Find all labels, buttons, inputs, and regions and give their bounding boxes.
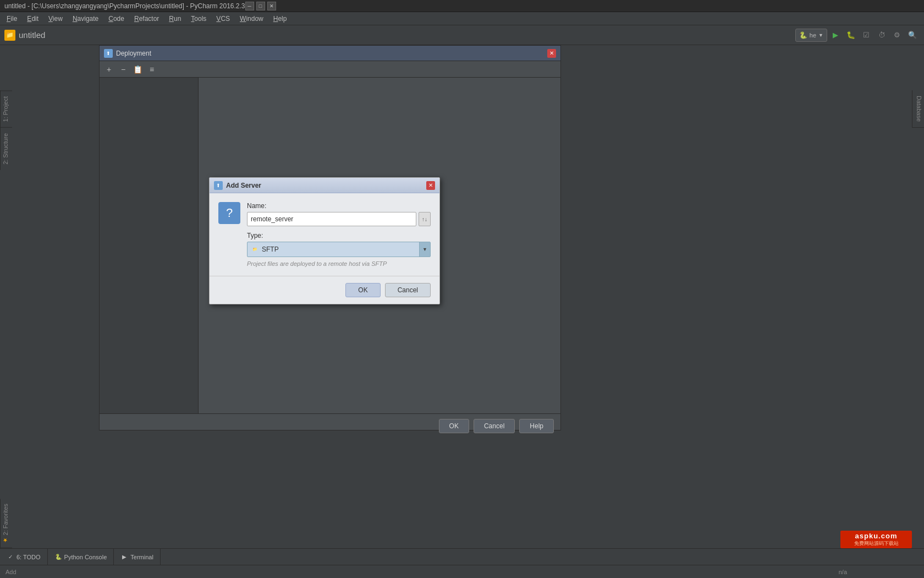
todo-tab[interactable]: ✓ 6: TODO	[0, 549, 48, 565]
add-server-cancel-button[interactable]: Cancel	[385, 283, 431, 297]
deployment-cancel-button[interactable]: Cancel	[474, 419, 515, 433]
type-label: Type:	[247, 232, 431, 239]
deployment-group-button[interactable]: ≡	[146, 63, 158, 75]
question-mark-icon: ?	[226, 206, 233, 220]
add-server-close-button[interactable]: ✕	[426, 181, 435, 190]
deployment-titlebar: ⬆ Deployment ✕	[100, 46, 560, 61]
add-server-footer: OK Cancel	[210, 276, 439, 304]
title-bar-text: untitled - [C:\Users\zhangyangyang\Pycha…	[4, 2, 245, 10]
add-server-icon-symbol: ⬆	[216, 183, 221, 188]
sftp-icon: 📁	[251, 246, 258, 253]
name-label: Name:	[247, 202, 431, 210]
title-bar: untitled - [C:\Users\zhangyangyang\Pycha…	[0, 0, 924, 12]
type-dropdown-arrow[interactable]: ▼	[419, 242, 430, 257]
watermark-text: aspku.com	[855, 532, 898, 540]
status-noslash: n/a	[839, 569, 847, 575]
search-button[interactable]: 🔍	[905, 28, 920, 42]
menu-vcs[interactable]: VCS	[212, 14, 234, 24]
bottom-tabs: ✓ 6: TODO 🐍 Python Console ▶ Terminal	[0, 548, 924, 565]
deploy-icon: ⬆	[106, 51, 111, 56]
add-server-form: Name: ↑↓ Type: 📁 SFTP ▼ Project files	[247, 202, 431, 267]
add-server-dialog-title: Add Server	[226, 182, 426, 189]
deployment-ok-button[interactable]: OK	[439, 419, 469, 433]
menu-tools[interactable]: Tools	[186, 14, 211, 24]
left-favorites: ★ 2: Favorites	[0, 499, 12, 548]
title-bar-controls: ─ □ ✕	[245, 2, 276, 10]
debug-button[interactable]: 🐛	[844, 28, 858, 42]
minimize-button[interactable]: ─	[245, 2, 254, 10]
deployment-remove-button[interactable]: −	[117, 63, 129, 75]
profile-button[interactable]: ⏱	[875, 28, 889, 42]
deployment-dialog-title: Deployment	[116, 50, 547, 57]
project-folder-icon: 📁	[4, 30, 15, 41]
add-server-body: ? Name: ↑↓ Type: 📁 SFTP ▼	[210, 193, 439, 276]
left-panel-tabs: 1: Project 2: Structure	[0, 90, 12, 170]
deployment-server-list	[100, 78, 199, 413]
deployment-add-button[interactable]: +	[103, 63, 115, 75]
type-select-row: 📁 SFTP ▼	[247, 242, 431, 257]
menu-view[interactable]: View	[44, 14, 67, 24]
menu-window[interactable]: Window	[235, 14, 268, 24]
coverage-button[interactable]: ☑	[859, 28, 873, 42]
maximize-button[interactable]: □	[256, 2, 265, 10]
menu-code[interactable]: Code	[104, 14, 129, 24]
menu-run[interactable]: Run	[164, 14, 185, 24]
run-button[interactable]: ▶	[828, 28, 843, 42]
menu-edit[interactable]: Edit	[23, 14, 43, 24]
watermark: aspku.com 免费网站源码下载站	[840, 531, 912, 548]
favorites-label: 2: Favorites	[2, 504, 9, 535]
python-console-tab[interactable]: 🐍 Python Console	[48, 549, 114, 565]
interpreter-dropdown-icon: ▼	[818, 32, 823, 38]
status-bar: Add n/a	[0, 565, 924, 578]
name-input-row: ↑↓	[247, 212, 431, 226]
settings-button[interactable]: ⚙	[890, 28, 904, 42]
watermark-subtext: 免费网站源码下载站	[854, 540, 899, 547]
menu-refactor[interactable]: Refactor	[130, 14, 163, 24]
project-title: untitled	[19, 30, 45, 40]
status-right-info: n/a	[839, 569, 924, 575]
deployment-help-button[interactable]: Help	[519, 419, 554, 433]
project-tab[interactable]: 1: Project	[0, 90, 12, 127]
interpreter-selector[interactable]: 🐍 he ▼	[795, 29, 827, 42]
type-value: SFTP	[262, 246, 279, 253]
status-bar-inner: Add n/a	[0, 569, 924, 575]
favorites-tab[interactable]: ★ 2: Favorites	[0, 499, 12, 548]
interpreter-icon: 🐍	[799, 31, 807, 39]
sort-button[interactable]: ↑↓	[419, 212, 431, 226]
todo-label: 6: TODO	[16, 554, 41, 560]
status-add-label: Add	[0, 569, 22, 575]
deployment-toolbar: + − 📋 ≡	[100, 61, 560, 78]
database-tab[interactable]: Database	[912, 90, 924, 128]
terminal-tab[interactable]: ▶ Terminal	[114, 549, 161, 565]
toolbar-right: 🐍 he ▼ ▶ 🐛 ☑ ⏱ ⚙ 🔍	[795, 28, 920, 42]
add-server-question-icon: ?	[218, 202, 240, 224]
type-select-inner: 📁 SFTP	[248, 246, 419, 253]
add-server-titlebar-icon: ⬆	[214, 181, 223, 190]
todo-icon: ✓	[7, 553, 14, 561]
terminal-icon: ▶	[120, 553, 128, 561]
deployment-close-button[interactable]: ✕	[547, 49, 556, 58]
structure-tab[interactable]: 2: Structure	[0, 127, 12, 170]
python-console-label: Python Console	[64, 554, 107, 560]
deployment-titlebar-icon: ⬆	[104, 49, 113, 58]
deployment-footer: OK Cancel Help	[100, 413, 560, 438]
type-hint: Project files are deployed to a remote h…	[247, 260, 431, 267]
add-server-dialog: ⬆ Add Server ✕ ? Name: ↑↓ Type: 📁	[209, 177, 440, 304]
deployment-copy-button[interactable]: 📋	[131, 63, 144, 75]
python-console-icon: 🐍	[54, 553, 62, 561]
menu-help[interactable]: Help	[269, 14, 292, 24]
interpreter-label: he	[810, 32, 816, 39]
add-server-ok-button[interactable]: OK	[345, 283, 380, 297]
favorites-star-icon: ★	[2, 537, 8, 543]
type-select-wrapper[interactable]: 📁 SFTP ▼	[247, 242, 431, 257]
toolbar: 📁 untitled 🐍 he ▼ ▶ 🐛 ☑ ⏱ ⚙ 🔍	[0, 25, 924, 45]
close-button[interactable]: ✕	[267, 2, 276, 10]
terminal-label: Terminal	[130, 554, 153, 560]
add-server-titlebar: ⬆ Add Server ✕	[210, 178, 439, 193]
menu-bar: File Edit View Navigate Code Refactor Ru…	[0, 12, 924, 25]
menu-navigate[interactable]: Navigate	[68, 14, 103, 24]
menu-file[interactable]: File	[2, 14, 21, 24]
right-panel-tabs: Database	[912, 90, 924, 128]
server-name-input[interactable]	[247, 212, 416, 226]
